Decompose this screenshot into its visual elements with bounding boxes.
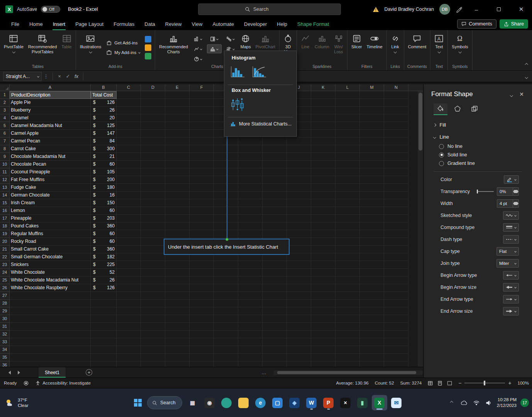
cell-B4[interactable]: $20 xyxy=(91,114,117,122)
cell-E15[interactable] xyxy=(165,199,190,207)
cell-B11[interactable]: $105 xyxy=(91,168,117,176)
cell-A11[interactable]: Coconut Pineapple xyxy=(10,168,91,176)
row-header-6[interactable]: 6 xyxy=(0,130,9,137)
cell-A10[interactable]: Chocolate Pecan xyxy=(10,161,91,168)
cell-H19[interactable] xyxy=(238,230,263,238)
formula-input[interactable] xyxy=(89,72,522,81)
cell-F13[interactable] xyxy=(190,184,214,192)
cell-M24[interactable] xyxy=(360,269,384,276)
cell-A2[interactable]: Apple Pie xyxy=(10,99,91,107)
cell-N25[interactable] xyxy=(384,276,408,284)
cell-E33[interactable] xyxy=(165,338,190,346)
cell-N31[interactable] xyxy=(384,323,408,331)
cell-A14[interactable]: German Chocolate xyxy=(10,192,91,199)
cell-J22[interactable] xyxy=(287,253,311,261)
cell-D31[interactable] xyxy=(141,323,165,331)
column-header-F[interactable]: F xyxy=(190,84,214,91)
taskbar-photos-icon[interactable]: ◈ xyxy=(287,395,302,410)
cell-I32[interactable] xyxy=(263,331,287,338)
cell-B12[interactable]: $200 xyxy=(91,176,117,184)
cell-B23[interactable]: $225 xyxy=(91,261,117,269)
cell-L12[interactable] xyxy=(335,176,360,184)
join-type-select[interactable]: Miter xyxy=(496,259,519,268)
vertical-scrollbar[interactable] xyxy=(418,91,423,367)
cell-K18[interactable] xyxy=(311,222,335,230)
cell-J8[interactable] xyxy=(287,145,311,153)
cell-C29[interactable] xyxy=(117,307,141,315)
cell-M36[interactable] xyxy=(360,361,384,367)
cell-M23[interactable] xyxy=(360,261,384,269)
cell-J18[interactable] xyxy=(287,222,311,230)
cell-E27[interactable] xyxy=(165,292,190,300)
cell-L21[interactable] xyxy=(335,246,360,253)
row-header-16[interactable]: 16 xyxy=(0,207,9,215)
cell-J28[interactable] xyxy=(287,300,311,307)
cell-K20[interactable] xyxy=(311,238,335,246)
cell-G8[interactable] xyxy=(214,145,238,153)
cell-H7[interactable] xyxy=(238,137,263,145)
cell-E34[interactable] xyxy=(165,346,190,354)
sheet-tab-sheet1[interactable]: Sheet1 xyxy=(39,367,66,378)
cell-K33[interactable] xyxy=(311,338,335,346)
cell-L32[interactable] xyxy=(335,331,360,338)
cell-K5[interactable] xyxy=(311,122,335,130)
cell-J9[interactable] xyxy=(287,153,311,161)
cell-D17[interactable] xyxy=(141,215,165,222)
more-statistical-charts-item[interactable]: More Statistical Charts... xyxy=(224,118,296,130)
box-whisker-chart-option[interactable] xyxy=(228,95,247,114)
cell-H23[interactable] xyxy=(238,261,263,269)
cell-C5[interactable] xyxy=(117,122,141,130)
cell-E18[interactable] xyxy=(165,222,190,230)
cap-type-select[interactable]: Flat xyxy=(496,247,519,256)
search-box[interactable]: Search xyxy=(198,3,341,15)
cell-M14[interactable] xyxy=(360,192,384,199)
taskbar-store-icon[interactable]: ▢ xyxy=(270,395,285,410)
row-header-9[interactable]: 9 xyxy=(0,153,9,161)
cell-M20[interactable] xyxy=(360,238,384,246)
cell-C23[interactable] xyxy=(117,261,141,269)
cell-N36[interactable] xyxy=(384,361,408,367)
cell-A13[interactable]: Fudge Cake xyxy=(10,184,91,192)
cell-B36[interactable] xyxy=(91,361,117,367)
cell-L23[interactable] xyxy=(335,261,360,269)
cell-A4[interactable]: Caramel xyxy=(10,114,91,122)
cell-E30[interactable] xyxy=(165,315,190,323)
maximize-button[interactable] xyxy=(490,0,507,19)
cell-C1[interactable] xyxy=(117,91,141,99)
wifi-icon[interactable] xyxy=(472,398,481,407)
cell-E24[interactable] xyxy=(165,269,190,276)
cell-E14[interactable] xyxy=(165,192,190,199)
cell-B7[interactable]: $84 xyxy=(91,137,117,145)
cell-J21[interactable] xyxy=(287,246,311,253)
cell-D28[interactable] xyxy=(141,300,165,307)
cell-D20[interactable] xyxy=(141,238,165,246)
row-header-28[interactable]: 28 xyxy=(0,300,9,307)
cell-B3[interactable]: $26 xyxy=(91,107,117,114)
cell-D34[interactable] xyxy=(141,346,165,354)
cell-I12[interactable] xyxy=(263,176,287,184)
insert-pie-chart-button[interactable] xyxy=(191,54,205,63)
cell-F7[interactable] xyxy=(190,137,214,145)
cell-H12[interactable] xyxy=(238,176,263,184)
row-header-32[interactable]: 32 xyxy=(0,331,9,338)
comment-button[interactable]: Comment xyxy=(406,31,429,64)
cell-F2[interactable] xyxy=(190,99,214,107)
row-header-3[interactable]: 3 xyxy=(0,107,9,114)
row-header-25[interactable]: 25 xyxy=(0,276,9,284)
cell-K16[interactable] xyxy=(311,207,335,215)
cell-B8[interactable]: $300 xyxy=(91,145,117,153)
cell-M33[interactable] xyxy=(360,338,384,346)
row-header-8[interactable]: 8 xyxy=(0,145,9,153)
cell-K36[interactable] xyxy=(311,361,335,367)
cell-G16[interactable] xyxy=(214,207,238,215)
column-header-C[interactable]: C xyxy=(117,84,141,91)
cell-B13[interactable]: $180 xyxy=(91,184,117,192)
cell-D7[interactable] xyxy=(141,137,165,145)
sheet-nav-right-arrow[interactable] xyxy=(18,371,20,375)
cell-N28[interactable] xyxy=(384,300,408,307)
tab-help[interactable]: Help xyxy=(272,19,292,30)
cell-L11[interactable] xyxy=(335,168,360,176)
cell-B20[interactable]: $60 xyxy=(91,238,117,246)
cell-F32[interactable] xyxy=(190,331,214,338)
tab-shape-format[interactable]: Shape Format xyxy=(292,19,334,30)
